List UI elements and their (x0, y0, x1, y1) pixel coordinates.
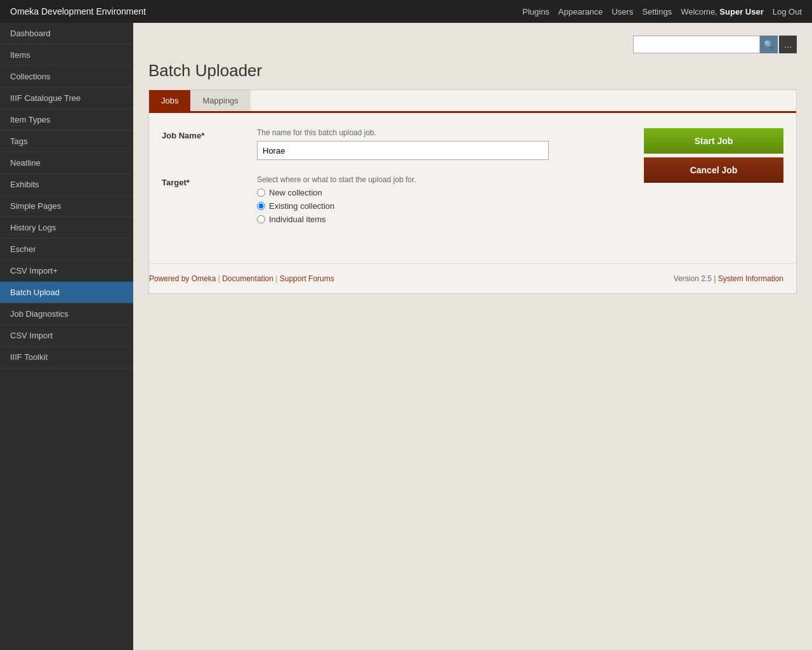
version-label: Version 2.5 | (674, 274, 718, 283)
search-bar: 🔍 … (148, 36, 797, 53)
job-name-input[interactable] (257, 141, 549, 160)
sidebar-item-iiif-catalogue-tree[interactable]: IIIF Catalogue Tree (0, 88, 133, 109)
radio-individual-items[interactable]: Individual items (257, 215, 783, 224)
page-title: Batch Uploader (148, 61, 797, 81)
footer: Powered by Omeka | Documentation | Suppo… (149, 263, 796, 293)
sidebar-item-tags[interactable]: Tags (0, 131, 133, 152)
sidebar-item-csv-import-plus[interactable]: CSV Import+ (0, 260, 133, 282)
nav-settings[interactable]: Settings (642, 7, 672, 17)
nav-links: Plugins Appearance Users Settings Welcom… (522, 7, 802, 17)
radio-individual-items-label: Individual items (269, 215, 326, 224)
search-input[interactable] (633, 36, 760, 53)
search-button[interactable]: 🔍 (760, 36, 778, 53)
radio-new-collection-label: New collection (269, 188, 322, 197)
sidebar-item-dashboard[interactable]: Dashboard (0, 23, 133, 44)
sidebar-item-exhibits[interactable]: Exhibits (0, 174, 133, 196)
layout: Dashboard Items Collections IIIF Catalog… (0, 23, 812, 650)
sidebar-item-csv-import[interactable]: CSV Import (0, 325, 133, 347)
main-content: 🔍 … Batch Uploader Jobs Mappings Job Nam… (133, 23, 812, 650)
target-row: Target* Select where or what to start th… (162, 175, 783, 228)
job-name-label: Job Name* (162, 128, 257, 140)
ellipsis-icon: … (784, 40, 792, 50)
target-content: Select where or what to start the upload… (257, 175, 783, 228)
sidebar-item-simple-pages[interactable]: Simple Pages (0, 196, 133, 217)
radio-existing-collection-label: Existing collection (269, 201, 334, 211)
support-link[interactable]: Support Forums (280, 274, 334, 283)
nav-plugins[interactable]: Plugins (522, 7, 549, 17)
sidebar-item-escher[interactable]: Escher (0, 239, 133, 260)
sidebar: Dashboard Items Collections IIIF Catalog… (0, 23, 133, 650)
powered-by-link[interactable]: Powered by Omeka (149, 274, 216, 283)
sidebar-item-neatline[interactable]: Neatline (0, 152, 133, 174)
start-job-button[interactable]: Start Job (644, 128, 783, 154)
welcome-text: Welcome, Super User (681, 7, 764, 17)
top-navigation: Omeka Development Environment Plugins Ap… (0, 0, 812, 23)
site-title: Omeka Development Environment (10, 6, 146, 17)
tab-mappings[interactable]: Mappings (190, 90, 250, 111)
nav-appearance[interactable]: Appearance (558, 7, 603, 17)
system-info-link[interactable]: System Information (718, 274, 783, 283)
documentation-link[interactable]: Documentation (222, 274, 273, 283)
sidebar-item-history-logs[interactable]: History Logs (0, 217, 133, 239)
target-label: Target* (162, 175, 257, 187)
action-buttons: Start Job Cancel Job (644, 128, 783, 183)
form-area: Job Name* The name for this batch upload… (149, 113, 796, 258)
nav-users[interactable]: Users (612, 7, 633, 17)
sidebar-item-collections[interactable]: Collections (0, 66, 133, 88)
sidebar-item-job-diagnostics[interactable]: Job Diagnostics (0, 303, 133, 325)
sidebar-item-iiif-toolkit[interactable]: IIIF Toolkit (0, 347, 133, 368)
sidebar-item-batch-upload[interactable]: Batch Upload (0, 282, 133, 303)
more-options-button[interactable]: … (779, 36, 797, 53)
radio-new-collection[interactable]: New collection (257, 188, 783, 197)
search-icon: 🔍 (764, 40, 774, 50)
cancel-job-button[interactable]: Cancel Job (644, 157, 783, 183)
tabs: Jobs Mappings (149, 90, 796, 113)
radio-existing-collection[interactable]: Existing collection (257, 201, 783, 211)
footer-right: Version 2.5 | System Information (674, 274, 783, 283)
sidebar-item-item-types[interactable]: Item Types (0, 109, 133, 131)
batch-uploader-card: Jobs Mappings Job Name* The name for thi… (148, 90, 797, 294)
sidebar-item-items[interactable]: Items (0, 44, 133, 66)
tab-jobs[interactable]: Jobs (149, 90, 190, 111)
logout-link[interactable]: Log Out (773, 7, 802, 17)
footer-left: Powered by Omeka | Documentation | Suppo… (149, 274, 334, 283)
